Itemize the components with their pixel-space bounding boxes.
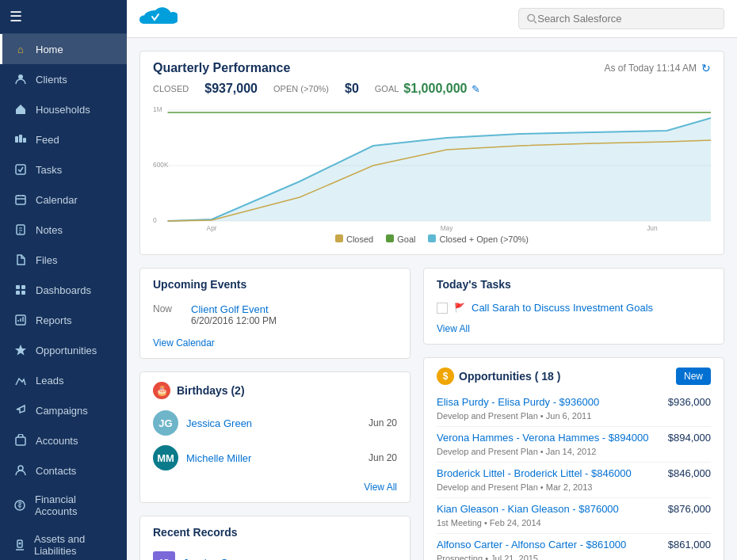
- goal-value: $1,000,000: [403, 82, 467, 96]
- avatar-michelle: MM: [153, 445, 178, 470]
- svg-rect-8: [21, 285, 25, 289]
- event-date: 6/20/2016 12:00 PM: [191, 315, 277, 326]
- view-all-tasks-link[interactable]: View All: [437, 323, 711, 334]
- svg-point-14: [18, 466, 23, 470]
- opp-sub-1: Develop and Present Plan • Jan 14, 2012: [437, 447, 596, 456]
- task-flag-icon: 🚩: [454, 303, 465, 313]
- sidebar-item-feed[interactable]: Feed: [0, 124, 127, 154]
- svg-rect-1: [15, 136, 18, 143]
- perf-header: Quarterly Performance As of Today 11:14 …: [153, 61, 711, 75]
- opp-link-1[interactable]: Verona Hammes - Verona Hammes - $894000: [437, 432, 668, 444]
- event-link[interactable]: Client Golf Event: [191, 303, 269, 315]
- households-icon: [13, 102, 28, 116]
- sidebar-item-label: Campaigns: [36, 405, 88, 417]
- svg-rect-10: [21, 291, 25, 295]
- sidebar-item-files[interactable]: Files: [0, 245, 127, 275]
- sidebar-item-leads[interactable]: Leads: [0, 365, 127, 395]
- event-time: Now: [153, 303, 181, 314]
- birthdays-card: 🎂 Birthdays (2) JG Jessica Green Jun 20 …: [139, 371, 411, 503]
- task-link-0[interactable]: Call Sarah to Discuss Investment Goals: [472, 302, 653, 314]
- search-bar[interactable]: [518, 8, 724, 29]
- new-opportunity-button[interactable]: New: [676, 368, 711, 385]
- closed-value: $937,000: [204, 82, 258, 96]
- opp-amount-1: $894,000: [668, 432, 711, 444]
- legend-closed-open: Closed + Open (>70%): [428, 234, 529, 244]
- files-icon: [13, 253, 28, 267]
- opp-link-3[interactable]: Kian Gleason - Kian Gleason - $876000: [437, 503, 668, 515]
- hamburger-icon[interactable]: ☰: [10, 8, 22, 25]
- sidebar-item-label: Tasks: [36, 164, 62, 176]
- svg-text:May: May: [441, 224, 453, 232]
- opportunities-icon: $: [437, 368, 454, 385]
- calendar-icon: [13, 192, 28, 207]
- sidebar-item-clients[interactable]: Clients: [0, 64, 127, 94]
- sidebar: ☰ ⌂ Home Clients Households Feed Tasks C…: [0, 0, 127, 560]
- todays-tasks-card: Today's Tasks 🚩 Call Sarah to Discuss In…: [423, 268, 724, 345]
- opp-sub-4: Prospecting • Jul 21, 2015: [437, 554, 538, 560]
- left-column: Upcoming Events Now Client Golf Event 6/…: [139, 268, 411, 560]
- upcoming-events-card: Upcoming Events Now Client Golf Event 6/…: [139, 268, 411, 359]
- search-input[interactable]: [537, 13, 716, 25]
- birthday-icon: 🎂: [153, 382, 170, 399]
- recent-name-0[interactable]: Jessica Green: [183, 557, 249, 561]
- sidebar-item-contacts[interactable]: Contacts: [0, 455, 127, 486]
- quarterly-performance-card: Quarterly Performance As of Today 11:14 …: [139, 51, 724, 255]
- recent-icon-0: JG: [153, 551, 175, 560]
- sidebar-item-dashboards[interactable]: Dashboards: [0, 275, 127, 305]
- birthday-date-1: Jun 20: [368, 452, 397, 463]
- svg-marker-12: [15, 345, 26, 356]
- birthday-row-1: MM Michelle Miller Jun 20: [153, 440, 397, 475]
- notes-icon: [13, 223, 28, 237]
- avatar-jessica: JG: [153, 410, 178, 436]
- birthday-name-0[interactable]: Jessica Green: [186, 417, 361, 429]
- sidebar-item-label: Accounts: [36, 435, 78, 447]
- sidebar-item-notes[interactable]: Notes: [0, 215, 127, 245]
- svg-text:Jun: Jun: [647, 224, 658, 232]
- event-details: Client Golf Event 6/20/2016 12:00 PM: [191, 303, 277, 326]
- logo-area: [139, 6, 178, 32]
- quarterly-title: Quarterly Performance: [153, 61, 290, 75]
- sidebar-item-financial-accounts[interactable]: Financial Accounts: [0, 486, 127, 525]
- chart-area: 1M 600K 0 Apr May Jun Clo: [153, 102, 711, 245]
- view-all-birthdays-link[interactable]: View All: [153, 482, 397, 493]
- sidebar-item-campaigns[interactable]: Campaigns: [0, 395, 127, 425]
- edit-goal-icon[interactable]: ✎: [472, 83, 480, 95]
- sidebar-item-reports[interactable]: Reports: [0, 305, 127, 335]
- birthday-name-1[interactable]: Michelle Miller: [186, 452, 361, 464]
- sidebar-item-home[interactable]: ⌂ Home: [0, 34, 127, 64]
- svg-rect-7: [16, 285, 20, 289]
- opportunities-title: $ Opportunities ( 18 ): [437, 368, 560, 385]
- svg-rect-3: [23, 138, 26, 143]
- goal-group: GOAL $1,000,000 ✎: [375, 82, 481, 96]
- sidebar-item-label: Financial Accounts: [35, 493, 116, 517]
- sidebar-item-label: Opportunities: [36, 345, 97, 356]
- main-content: Quarterly Performance As of Today 11:14 …: [127, 38, 737, 560]
- sidebar-item-tasks[interactable]: Tasks: [0, 154, 127, 185]
- opp-link-4[interactable]: Alfonso Carter - Alfonso Carter - $86100…: [437, 539, 668, 550]
- sidebar-item-calendar[interactable]: Calendar: [0, 185, 127, 215]
- opp-link-0[interactable]: Elisa Purdy - Elisa Purdy - $936000: [437, 396, 668, 408]
- svg-rect-9: [16, 291, 20, 295]
- goal-label: GOAL: [375, 84, 399, 93]
- salesforce-logo: [139, 6, 178, 32]
- sidebar-item-opportunities[interactable]: Opportunities: [0, 335, 127, 365]
- opp-link-2[interactable]: Broderick Littel - Broderick Littel - $8…: [437, 467, 668, 479]
- sidebar-item-accounts[interactable]: Accounts: [0, 425, 127, 455]
- recent-row-0: JG Jessica Green: [153, 547, 397, 560]
- refresh-icon[interactable]: ↻: [701, 62, 711, 74]
- task-row-0: 🚩 Call Sarah to Discuss Investment Goals: [437, 299, 711, 317]
- svg-text:600K: 600K: [153, 161, 169, 169]
- view-calendar-link[interactable]: View Calendar: [153, 337, 397, 349]
- legend-closed: Closed: [335, 234, 373, 244]
- sidebar-item-households[interactable]: Households: [0, 94, 127, 124]
- clients-icon: [13, 72, 28, 86]
- accounts-icon: [13, 433, 28, 448]
- opp-row-0: Elisa Purdy - Elisa Purdy - $936000 Deve…: [437, 391, 711, 427]
- task-checkbox-0[interactable]: [437, 303, 448, 314]
- event-row: Now Client Golf Event 6/20/2016 12:00 PM: [153, 299, 397, 331]
- opp-amount-2: $846,000: [668, 467, 711, 479]
- sidebar-item-assets-liabilities[interactable]: Assets and Liabilities: [0, 525, 127, 560]
- sidebar-item-label: Leads: [36, 375, 63, 387]
- opp-row-3: Kian Gleason - Kian Gleason - $876000 1s…: [437, 498, 711, 534]
- svg-text:Apr: Apr: [207, 224, 217, 232]
